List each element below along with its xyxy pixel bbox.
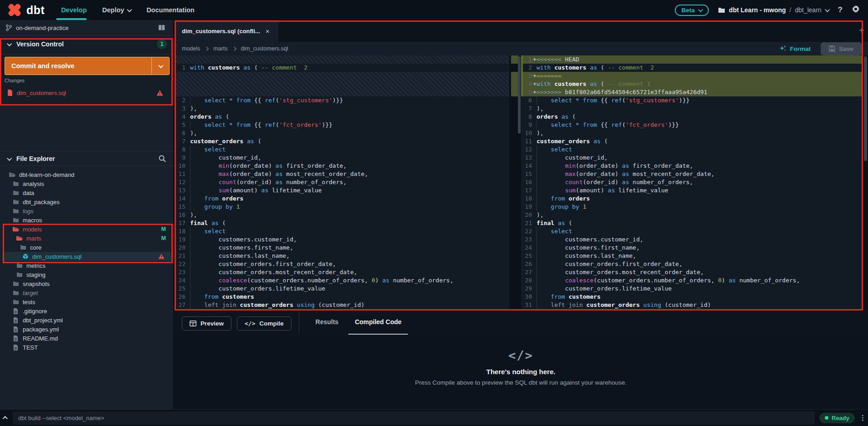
tree-item[interactable]: packages.yml bbox=[0, 325, 173, 334]
tree-item[interactable]: analysis bbox=[0, 179, 173, 188]
commit-options-caret[interactable] bbox=[151, 57, 169, 75]
code-line[interactable]: 19 group by 1 bbox=[521, 203, 863, 211]
code-line[interactable]: 26 customer_orders.first_order_date, bbox=[521, 260, 863, 268]
code-line[interactable]: 13 customer_id, bbox=[521, 154, 863, 162]
tree-item[interactable]: target bbox=[0, 288, 173, 297]
project-selector[interactable]: dbt Learn - mwong / dbt_learn bbox=[718, 6, 829, 14]
code-line[interactable]: 5 select * from {{ ref('fct_orders')}} bbox=[175, 121, 509, 129]
tree-item[interactable]: modelsM bbox=[0, 225, 173, 234]
settings-gear-icon[interactable] bbox=[852, 5, 860, 15]
new-tab-icon[interactable]: + bbox=[859, 25, 864, 36]
code-line[interactable]: 8orders as ( bbox=[521, 113, 863, 121]
code-line[interactable]: 10), bbox=[521, 129, 863, 137]
code-line[interactable]: 17final as ( bbox=[175, 219, 509, 227]
nav-develop[interactable]: Develop bbox=[61, 6, 86, 14]
save-button[interactable]: Save bbox=[821, 42, 862, 55]
code-line[interactable]: 25 customers.last_name, bbox=[521, 252, 863, 260]
changed-file-row[interactable]: dim_customers.sql bbox=[3, 87, 171, 99]
tree-item[interactable]: TEST bbox=[0, 343, 173, 352]
code-line[interactable]: 4+with customers as ( -- comment 1 bbox=[521, 80, 863, 88]
code-line[interactable]: 7), bbox=[521, 105, 863, 113]
code-line[interactable]: 2with customers as ( -- comment 2 bbox=[521, 64, 863, 72]
code-line[interactable]: 27 left join customer_orders using (cust… bbox=[175, 301, 509, 309]
branch-row[interactable]: on-demand-practice bbox=[0, 20, 173, 36]
tree-item[interactable]: martsM bbox=[0, 234, 173, 243]
version-control-header[interactable]: Version Control 1 bbox=[0, 36, 173, 52]
nav-documentation[interactable]: Documentation bbox=[146, 6, 195, 14]
breadcrumb-file[interactable]: dim_customers.sql bbox=[241, 45, 288, 52]
code-pane-current[interactable]: 1with customers as ( -- comment 22 selec… bbox=[175, 55, 509, 309]
docs-book-icon[interactable] bbox=[158, 25, 166, 31]
code-line[interactable]: 21final as ( bbox=[521, 219, 863, 227]
code-line[interactable]: 23 customers.customer_id, bbox=[521, 236, 863, 244]
code-line[interactable]: 1+<<<<<<< HEAD bbox=[521, 55, 863, 64]
code-line[interactable]: 22 customer_orders.first_order_date, bbox=[175, 260, 509, 268]
file-explorer-header[interactable]: File Explorer bbox=[0, 151, 173, 166]
tree-item[interactable]: staging bbox=[0, 270, 173, 279]
code-line[interactable]: 24 coalesce(customer_orders.number_of_or… bbox=[175, 276, 509, 285]
tree-item[interactable]: dbt-learn-on-demand bbox=[0, 170, 173, 179]
code-line[interactable]: 17 sum(amount) as lifetime_value bbox=[521, 186, 863, 195]
code-line[interactable]: 10 min(order_date) as first_order_date, bbox=[175, 162, 509, 170]
code-line[interactable]: 11customer_orders as ( bbox=[521, 137, 863, 145]
tree-item[interactable]: .gitignore bbox=[0, 306, 173, 316]
code-line[interactable]: 9 select * from {{ ref('fct_orders')}} bbox=[521, 121, 863, 129]
code-line[interactable]: 19 customers.customer_id, bbox=[175, 236, 509, 244]
beta-badge[interactable]: Beta bbox=[675, 5, 709, 16]
tree-item[interactable]: dim_customers.sql bbox=[2, 252, 171, 261]
code-line[interactable]: 27 customer_orders.most_recent_order_dat… bbox=[521, 268, 863, 276]
tree-item[interactable]: data bbox=[0, 188, 173, 197]
code-line[interactable]: 28 coalesce(customer_orders.number_of_or… bbox=[521, 276, 863, 285]
preview-button[interactable]: Preview bbox=[182, 316, 231, 331]
code-line[interactable]: 15 group by 1 bbox=[175, 203, 509, 211]
code-line[interactable]: 8 select bbox=[175, 145, 509, 154]
command-input[interactable] bbox=[13, 411, 815, 425]
code-line[interactable]: 11 max(order_date) as most_recent_order_… bbox=[175, 170, 509, 178]
scrollbar-thumb[interactable] bbox=[864, 56, 867, 161]
tab-close-icon[interactable]: × bbox=[266, 27, 270, 35]
format-button[interactable]: Format bbox=[779, 45, 811, 52]
tab-compiled-code[interactable]: Compiled Code bbox=[346, 310, 410, 336]
code-line[interactable]: 16 count(order_id) as number_of_orders, bbox=[521, 178, 863, 186]
code-line[interactable]: 3), bbox=[175, 105, 509, 113]
code-line[interactable]: 14 from orders bbox=[175, 195, 509, 203]
code-line[interactable]: 24 customers.first_name, bbox=[521, 244, 863, 252]
code-line[interactable]: 18 select bbox=[175, 227, 509, 236]
tree-item[interactable]: logs bbox=[0, 206, 173, 216]
code-line[interactable]: 2 select * from {{ ref('stg_customers')}… bbox=[175, 96, 509, 105]
help-icon[interactable]: ? bbox=[838, 5, 843, 15]
code-line[interactable]: 26 from customers bbox=[175, 293, 509, 301]
editor-scrollbar[interactable] bbox=[863, 55, 868, 309]
tab-results[interactable]: Results bbox=[307, 310, 347, 336]
dbt-logo[interactable]: dbt bbox=[7, 3, 45, 17]
code-line[interactable]: 13 sum(amount) as lifetime_value bbox=[175, 186, 509, 195]
code-line[interactable]: 20 customers.first_name, bbox=[175, 244, 509, 252]
code-line[interactable]: 30 from customers bbox=[521, 293, 863, 301]
search-icon[interactable] bbox=[159, 155, 166, 162]
code-line[interactable]: 6), bbox=[175, 129, 509, 137]
tree-item[interactable]: dbt_project.yml bbox=[0, 316, 173, 325]
code-pane-incoming[interactable]: 1+<<<<<<< HEAD2with customers as ( -- co… bbox=[521, 55, 863, 309]
code-line[interactable]: 5+>>>>>>> b81f802a66fd544504c65721e3ffaa… bbox=[521, 88, 863, 96]
tree-item[interactable]: dbt_packages bbox=[0, 197, 173, 206]
code-line[interactable]: 12 count(order_id) as number_of_orders, bbox=[175, 178, 509, 186]
scrollbar-thumb[interactable] bbox=[518, 56, 521, 134]
code-line[interactable]: 4orders as ( bbox=[175, 113, 509, 121]
breadcrumb-models[interactable]: models bbox=[182, 45, 200, 52]
tree-item[interactable]: README.md bbox=[0, 334, 173, 343]
code-line[interactable]: 16), bbox=[175, 211, 509, 219]
diff-editor[interactable]: 1with customers as ( -- comment 22 selec… bbox=[174, 55, 868, 309]
tree-item[interactable]: tests bbox=[0, 297, 173, 306]
overview-ruler[interactable] bbox=[509, 55, 521, 309]
commit-and-resolve-button[interactable]: Commit and resolve bbox=[5, 57, 170, 75]
code-line[interactable]: 12 select bbox=[521, 145, 863, 154]
tree-item[interactable]: metrics bbox=[0, 261, 173, 270]
tree-item[interactable]: snapshots bbox=[0, 279, 173, 288]
chevron-up-icon[interactable] bbox=[4, 414, 7, 422]
kebab-menu-icon[interactable]: ⋮ bbox=[859, 414, 866, 422]
code-line[interactable]: 21 customers.last_name, bbox=[175, 252, 509, 260]
compile-button[interactable]: </> Compile bbox=[237, 316, 291, 331]
breadcrumb-marts[interactable]: marts bbox=[213, 45, 227, 52]
code-line[interactable]: 20), bbox=[521, 211, 863, 219]
code-line[interactable]: 25 customer_orders.lifetime_value bbox=[175, 285, 509, 293]
